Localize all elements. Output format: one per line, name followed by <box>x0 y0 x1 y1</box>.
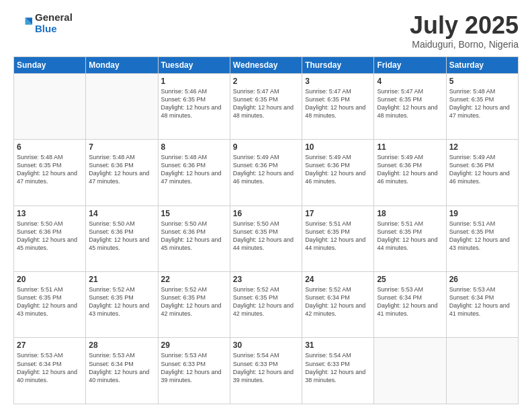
day-number: 21 <box>89 275 154 284</box>
day-info: Sunrise: 5:49 AM Sunset: 6:36 PM Dayligh… <box>233 153 299 186</box>
day-info: Sunrise: 5:53 AM Sunset: 6:34 PM Dayligh… <box>377 285 443 318</box>
calendar-cell: 21Sunrise: 5:52 AM Sunset: 6:35 PM Dayli… <box>86 272 158 338</box>
day-info: Sunrise: 5:51 AM Sunset: 6:35 PM Dayligh… <box>377 220 443 253</box>
day-info: Sunrise: 5:53 AM Sunset: 6:34 PM Dayligh… <box>89 351 154 384</box>
calendar-table: SundayMondayTuesdayWednesdayThursdayFrid… <box>13 56 519 404</box>
calendar-cell: 4Sunrise: 5:47 AM Sunset: 6:35 PM Daylig… <box>374 73 446 139</box>
day-number: 7 <box>89 142 154 152</box>
day-info: Sunrise: 5:52 AM Sunset: 6:35 PM Dayligh… <box>89 285 154 318</box>
header: General Blue July 2025 Maiduguri, Borno,… <box>13 12 519 50</box>
day-info: Sunrise: 5:46 AM Sunset: 6:35 PM Dayligh… <box>161 87 227 120</box>
day-number: 29 <box>161 340 227 350</box>
day-number: 17 <box>305 209 371 218</box>
day-number: 15 <box>161 209 227 218</box>
day-info: Sunrise: 5:49 AM Sunset: 6:36 PM Dayligh… <box>305 153 371 186</box>
calendar-week-1: 6Sunrise: 5:48 AM Sunset: 6:35 PM Daylig… <box>14 140 519 205</box>
page: General Blue July 2025 Maiduguri, Borno,… <box>0 0 532 411</box>
day-info: Sunrise: 5:51 AM Sunset: 6:35 PM Dayligh… <box>305 220 371 253</box>
day-number: 9 <box>233 142 299 152</box>
day-info: Sunrise: 5:48 AM Sunset: 6:35 PM Dayligh… <box>17 153 83 186</box>
calendar-cell: 8Sunrise: 5:48 AM Sunset: 6:36 PM Daylig… <box>158 140 230 205</box>
logo-text: General Blue <box>35 12 73 34</box>
day-number: 8 <box>161 142 227 152</box>
logo-icon <box>13 14 32 33</box>
calendar-cell: 29Sunrise: 5:53 AM Sunset: 6:33 PM Dayli… <box>158 338 230 404</box>
weekday-header-saturday: Saturday <box>446 56 518 73</box>
day-info: Sunrise: 5:47 AM Sunset: 6:35 PM Dayligh… <box>233 87 299 120</box>
weekday-header-monday: Monday <box>86 56 158 73</box>
location-subtitle: Maiduguri, Borno, Nigeria <box>410 39 519 50</box>
day-info: Sunrise: 5:53 AM Sunset: 6:33 PM Dayligh… <box>161 351 227 384</box>
day-info: Sunrise: 5:49 AM Sunset: 6:36 PM Dayligh… <box>377 153 443 186</box>
day-info: Sunrise: 5:50 AM Sunset: 6:36 PM Dayligh… <box>161 220 227 253</box>
day-info: Sunrise: 5:52 AM Sunset: 6:35 PM Dayligh… <box>233 285 299 318</box>
day-info: Sunrise: 5:48 AM Sunset: 6:35 PM Dayligh… <box>449 87 515 120</box>
calendar-cell: 26Sunrise: 5:53 AM Sunset: 6:34 PM Dayli… <box>446 272 518 338</box>
day-info: Sunrise: 5:47 AM Sunset: 6:35 PM Dayligh… <box>305 87 371 120</box>
day-info: Sunrise: 5:54 AM Sunset: 6:33 PM Dayligh… <box>305 351 371 384</box>
day-number: 26 <box>449 275 515 284</box>
calendar-cell <box>86 73 158 139</box>
day-number: 25 <box>377 275 443 284</box>
calendar-cell: 17Sunrise: 5:51 AM Sunset: 6:35 PM Dayli… <box>302 205 374 271</box>
calendar-cell: 5Sunrise: 5:48 AM Sunset: 6:35 PM Daylig… <box>446 73 518 139</box>
day-number: 19 <box>449 209 515 218</box>
calendar-week-0: 1Sunrise: 5:46 AM Sunset: 6:35 PM Daylig… <box>14 73 519 139</box>
weekday-header-tuesday: Tuesday <box>158 56 230 73</box>
calendar-cell: 3Sunrise: 5:47 AM Sunset: 6:35 PM Daylig… <box>302 73 374 139</box>
day-number: 16 <box>233 209 299 218</box>
calendar-cell <box>14 73 86 139</box>
weekday-header-sunday: Sunday <box>14 56 86 73</box>
day-number: 12 <box>449 142 515 152</box>
day-number: 27 <box>17 340 83 350</box>
calendar-cell: 27Sunrise: 5:53 AM Sunset: 6:34 PM Dayli… <box>14 338 86 404</box>
day-number: 11 <box>377 142 443 152</box>
day-number: 30 <box>233 340 299 350</box>
day-info: Sunrise: 5:51 AM Sunset: 6:35 PM Dayligh… <box>449 220 515 253</box>
weekday-header-thursday: Thursday <box>302 56 374 73</box>
calendar-header-row: SundayMondayTuesdayWednesdayThursdayFrid… <box>14 56 519 73</box>
day-number: 22 <box>161 275 227 284</box>
calendar-cell: 20Sunrise: 5:51 AM Sunset: 6:35 PM Dayli… <box>14 272 86 338</box>
calendar-cell: 6Sunrise: 5:48 AM Sunset: 6:35 PM Daylig… <box>14 140 86 205</box>
calendar-cell: 28Sunrise: 5:53 AM Sunset: 6:34 PM Dayli… <box>86 338 158 404</box>
day-number: 14 <box>89 209 154 218</box>
day-number: 18 <box>377 209 443 218</box>
calendar-cell <box>374 338 446 404</box>
calendar-cell: 11Sunrise: 5:49 AM Sunset: 6:36 PM Dayli… <box>374 140 446 205</box>
day-number: 20 <box>17 275 83 284</box>
day-number: 1 <box>161 77 227 86</box>
day-info: Sunrise: 5:51 AM Sunset: 6:35 PM Dayligh… <box>17 285 83 318</box>
calendar-cell: 10Sunrise: 5:49 AM Sunset: 6:36 PM Dayli… <box>302 140 374 205</box>
weekday-header-friday: Friday <box>374 56 446 73</box>
day-info: Sunrise: 5:52 AM Sunset: 6:34 PM Dayligh… <box>305 285 371 318</box>
calendar-cell: 23Sunrise: 5:52 AM Sunset: 6:35 PM Dayli… <box>230 272 302 338</box>
calendar-week-3: 20Sunrise: 5:51 AM Sunset: 6:35 PM Dayli… <box>14 272 519 338</box>
day-info: Sunrise: 5:53 AM Sunset: 6:34 PM Dayligh… <box>17 351 83 384</box>
calendar-cell: 18Sunrise: 5:51 AM Sunset: 6:35 PM Dayli… <box>374 205 446 271</box>
day-info: Sunrise: 5:48 AM Sunset: 6:36 PM Dayligh… <box>89 153 154 186</box>
day-number: 5 <box>449 77 515 86</box>
calendar-cell: 19Sunrise: 5:51 AM Sunset: 6:35 PM Dayli… <box>446 205 518 271</box>
day-info: Sunrise: 5:52 AM Sunset: 6:35 PM Dayligh… <box>161 285 227 318</box>
day-info: Sunrise: 5:50 AM Sunset: 6:36 PM Dayligh… <box>89 220 154 253</box>
weekday-header-wednesday: Wednesday <box>230 56 302 73</box>
day-number: 4 <box>377 77 443 86</box>
calendar-cell: 2Sunrise: 5:47 AM Sunset: 6:35 PM Daylig… <box>230 73 302 139</box>
calendar-cell: 7Sunrise: 5:48 AM Sunset: 6:36 PM Daylig… <box>86 140 158 205</box>
day-number: 3 <box>305 77 371 86</box>
day-number: 10 <box>305 142 371 152</box>
day-info: Sunrise: 5:50 AM Sunset: 6:36 PM Dayligh… <box>17 220 83 253</box>
day-number: 6 <box>17 142 83 152</box>
day-number: 24 <box>305 275 371 284</box>
day-info: Sunrise: 5:53 AM Sunset: 6:34 PM Dayligh… <box>449 285 515 318</box>
calendar-cell: 22Sunrise: 5:52 AM Sunset: 6:35 PM Dayli… <box>158 272 230 338</box>
calendar-cell: 31Sunrise: 5:54 AM Sunset: 6:33 PM Dayli… <box>302 338 374 404</box>
calendar-cell: 1Sunrise: 5:46 AM Sunset: 6:35 PM Daylig… <box>158 73 230 139</box>
calendar-cell <box>446 338 518 404</box>
day-info: Sunrise: 5:49 AM Sunset: 6:36 PM Dayligh… <box>449 153 515 186</box>
day-info: Sunrise: 5:54 AM Sunset: 6:33 PM Dayligh… <box>233 351 299 384</box>
day-info: Sunrise: 5:48 AM Sunset: 6:36 PM Dayligh… <box>161 153 227 186</box>
calendar-cell: 25Sunrise: 5:53 AM Sunset: 6:34 PM Dayli… <box>374 272 446 338</box>
calendar-cell: 9Sunrise: 5:49 AM Sunset: 6:36 PM Daylig… <box>230 140 302 205</box>
